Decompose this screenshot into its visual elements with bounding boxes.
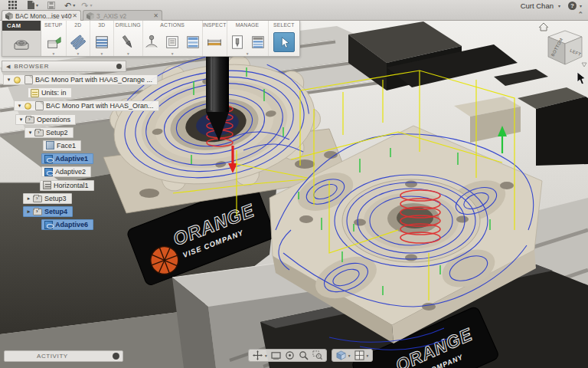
tree-item-adaptive6[interactable]: Adaptive6 — [2, 219, 155, 230]
user-menu[interactable]: Curt Chan ▾ — [521, 2, 560, 10]
ribbon-group-actions: ACTIONS ▾ — [143, 21, 203, 56]
select-icon[interactable] — [273, 32, 295, 52]
tree-item-setup2[interactable]: ▾ Setup2 — [2, 127, 155, 138]
viewports-caret-icon[interactable]: ▾ — [367, 353, 369, 358]
face-operation-icon — [46, 141, 54, 150]
adaptive-operation-icon — [44, 168, 53, 176]
browser-header[interactable]: ◀ BROWSER — [2, 61, 126, 72]
viewcube-flyout-arrow[interactable] — [582, 63, 586, 67]
display-settings-icon[interactable] — [336, 350, 346, 360]
redo-icon[interactable]: ↷▾ — [81, 2, 92, 9]
file-icon[interactable]: ▾ — [28, 1, 38, 9]
disclosure-triangle[interactable]: ▾ — [5, 77, 12, 83]
activity-bar[interactable]: ACTIVITY — [4, 350, 123, 362]
user-caret-icon: ▾ — [558, 3, 560, 8]
mouse-cursor — [577, 72, 587, 86]
tree-item-adaptive1[interactable]: Adaptive1 — [2, 153, 155, 164]
nav-group-display: ▾ ▾ — [332, 349, 374, 362]
cam-ribbon: CAM SETUP ▾ 2D ▾ 3D ▾ — [2, 21, 300, 57]
tree-item-adaptive2[interactable]: Adaptive2 — [2, 166, 155, 177]
tree-item-horizontal1[interactable]: Horizontal1 — [2, 180, 155, 191]
disclosure-triangle[interactable]: ▸ — [25, 209, 32, 215]
app-grid-icon[interactable] — [8, 1, 17, 9]
group-caret-icon[interactable]: ▾ — [127, 52, 129, 56]
group-label: 2D — [74, 22, 81, 28]
adaptive-operation-icon — [44, 155, 53, 163]
orbit-icon[interactable] — [285, 350, 295, 360]
tab-close-icon[interactable]: ✕ — [72, 12, 77, 19]
group-label: ACTIONS — [160, 22, 185, 28]
group-label: SETUP — [44, 22, 63, 28]
file-caret-icon[interactable]: ▾ — [36, 2, 38, 9]
setup-icon — [34, 130, 44, 136]
document-cube-icon — [5, 12, 13, 20]
measure-icon[interactable] — [205, 33, 224, 51]
tree-item-component[interactable]: ▾ BAC Mono Part with HAAS_Oran... — [2, 100, 155, 111]
simulate-icon[interactable] — [142, 33, 161, 51]
drill-icon[interactable] — [119, 33, 137, 51]
activity-status-icon[interactable] — [113, 353, 119, 360]
document-icon — [35, 101, 44, 110]
display-caret-icon[interactable]: ▾ — [348, 353, 351, 358]
group-caret-icon[interactable]: ▾ — [100, 52, 103, 56]
help-menu[interactable]: ? ▾ — [568, 2, 582, 10]
browser-tree: ▾ BAC Mono Part with HAAS_Orange ... Uni… — [2, 74, 155, 230]
group-caret-icon[interactable]: ▾ — [172, 52, 174, 56]
tree-item-operations[interactable]: ▾ Operations — [2, 114, 155, 125]
ribbon-group-2d: 2D ▾ — [67, 21, 90, 56]
viewports-icon[interactable] — [354, 350, 364, 360]
save-icon[interactable] — [47, 2, 55, 9]
tree-item-face1[interactable]: Face1 — [2, 140, 155, 151]
undo-icon[interactable]: ↶▾ — [64, 2, 75, 9]
document-cube-icon — [87, 12, 94, 20]
tree-item-units[interactable]: Units: in — [2, 87, 155, 98]
new-setup-icon[interactable] — [44, 33, 63, 51]
redo-caret-icon[interactable]: ▾ — [90, 2, 92, 9]
zoom-window-icon[interactable] — [312, 350, 322, 360]
tree-item-root-document[interactable]: ▾ BAC Mono Part with HAAS_Orange ... — [2, 74, 155, 85]
3d-adaptive-icon[interactable] — [93, 33, 111, 51]
group-label: DRILLING — [116, 22, 141, 28]
setup-icon — [33, 196, 42, 202]
disclosure-triangle[interactable]: ▾ — [16, 103, 23, 109]
fusion360-window: ORANGE VISE COMPANY — [0, 0, 588, 368]
tab-document-1[interactable]: BAC Mono...ise v40* ✕ — [2, 10, 81, 21]
document-icon — [24, 75, 33, 84]
pan-caret-icon[interactable]: ▾ — [265, 353, 267, 358]
help-caret-icon: ▾ — [580, 3, 582, 8]
setup-sheet-icon[interactable] — [184, 33, 202, 51]
setup-icon — [33, 209, 42, 215]
view-cube[interactable]: BOTTOM LEFT — [534, 18, 588, 72]
tree-item-setup3[interactable]: ▸ Setup3 — [2, 193, 155, 204]
disclosure-triangle[interactable]: ▸ — [25, 196, 32, 202]
task-manager-icon[interactable] — [249, 33, 267, 51]
group-caret-icon[interactable]: ▾ — [52, 52, 54, 56]
disclosure-triangle[interactable]: ▾ — [27, 130, 34, 136]
visibility-bulb-icon[interactable] — [14, 77, 21, 84]
adaptive-operation-icon — [44, 221, 53, 229]
pan-icon[interactable] — [253, 350, 263, 360]
post-process-icon[interactable] — [163, 33, 181, 51]
tab-close-icon[interactable]: ✕ — [153, 12, 158, 19]
2d-pocket-icon[interactable] — [69, 33, 87, 51]
group-caret-icon[interactable]: ▾ — [77, 52, 79, 56]
fit-icon[interactable] — [271, 351, 281, 360]
disclosure-triangle[interactable]: ▾ — [18, 117, 24, 123]
tab-document-2[interactable]: 3_AXIS v2 ✕ — [83, 10, 162, 21]
zoom-icon[interactable] — [299, 350, 309, 360]
units-icon — [31, 89, 39, 97]
tool-library-icon[interactable] — [228, 33, 247, 51]
home-icon[interactable] — [539, 23, 548, 31]
visibility-bulb-icon[interactable] — [24, 103, 31, 110]
browser-display-dot-icon[interactable] — [116, 64, 122, 69]
group-caret-icon[interactable]: ▾ — [247, 52, 249, 56]
undo-caret-icon[interactable]: ▾ — [73, 2, 75, 9]
user-name: Curt Chan — [521, 2, 554, 10]
horizontal-operation-icon — [43, 181, 51, 189]
toolbar-collapse-chevron[interactable]: ⌃ — [577, 11, 583, 18]
tree-item-setup4[interactable]: ▸ Setup4 — [2, 206, 155, 217]
ribbon-group-setup: SETUP ▾ — [41, 21, 67, 56]
browser-collapse-icon[interactable]: ◀ — [6, 64, 10, 70]
activity-label: ACTIVITY — [37, 353, 113, 360]
workspace-switcher[interactable]: CAM — [2, 21, 41, 56]
